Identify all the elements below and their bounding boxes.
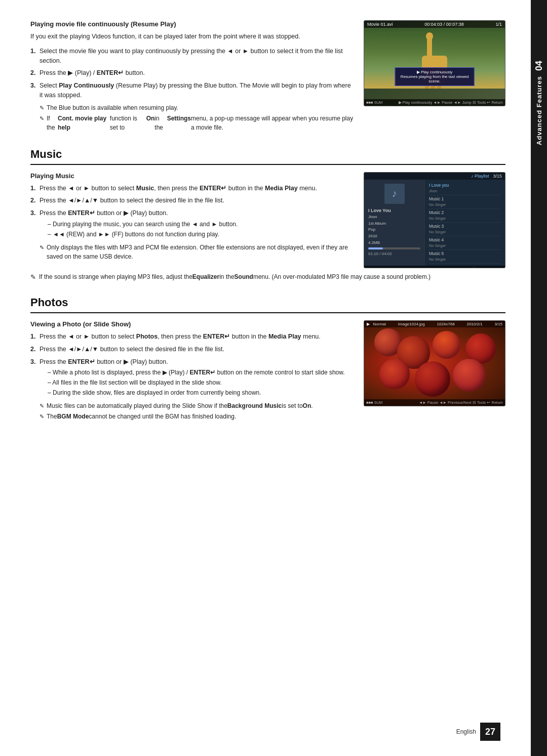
resume-ss-bottombar: ■■■ SUM ▶ Play continuously ◄► Pause ◄► … [364,99,505,106]
resume-play-section: Playing movie file continuously (Resume … [30,20,505,134]
music-ss-topbar: ♪ Playlist 3/15 [364,173,505,180]
music-notes-list: Only displays the files with MP3 and PCM… [40,243,354,261]
photos-steps-list: 1. Press the ◄ or ► button to select Pho… [30,332,354,398]
popup-line1: ▶ Play continuously [401,70,469,74]
music-step-content-3: Press the ENTER↵ button or ▶ (Play) butt… [40,208,354,240]
music-step-3: 3. Press the ENTER↵ button or ▶ (Play) b… [30,208,354,240]
music-counter: 3/15 [493,174,502,179]
music-note-1: Only displays the files with MP3 and PCM… [40,243,354,261]
music-sub-note-2: ◄◄ (REW) and ►► (FF) buttons do not func… [48,230,354,239]
step-content-2: Press the ▶ (Play) / ENTER↵ button. [40,68,354,78]
playlist-item-5: Music 5 No Singer [429,250,501,264]
step-num-2: 2. [30,68,40,78]
photos-note-1: Music files can be automatically played … [40,401,354,410]
resume-ss-inner: Movie 01.avi 00:04:03 / 00:07:38 1/1 [364,21,505,106]
song-artist: Jhon [368,214,420,221]
sidebar-content: 04 Advanced Features [534,61,544,145]
resume-ss-time: 00:04:03 / 00:07:38 [424,22,464,27]
photo-ss-bg [364,321,505,406]
page-footer: English 27 [456,723,500,741]
photos-step-2: 2. Press the ◄/►/▲/▼ button to select th… [30,345,354,354]
photos-text: Viewing a Photo (or Slide Show) 1. Press… [30,320,354,423]
playlist-item-4: Music 4 No Singer [429,236,501,250]
step-content-3: Select Play Continuously (Resume Play) b… [40,81,354,100]
resume-step-3: 3. Select Play Continuously (Resume Play… [30,81,354,100]
photos-sub-note-1: While a photo list is displayed, press t… [48,368,354,377]
giraffe-scene: ▶ Play continuously Resumes playing from… [364,28,505,89]
photos-sub-notes: While a photo list is displayed, press t… [48,368,354,397]
playlist-item-0: I Love you Jhon [429,182,501,195]
resume-note-2: If the Cont. movie play help function is… [40,114,354,132]
page-language: English [456,728,476,735]
photos-step-num-3: 3. [30,357,40,367]
photos-step-num-1: 1. [30,332,40,342]
music-step-content-1: Press the ◄ or ► button to select Music,… [40,184,354,193]
photos-step-num-2: 2. [30,345,40,354]
music-sub-note-1: During playing the music, you can search… [48,220,354,229]
resume-steps-list: 1. Select the movie file you want to pla… [30,47,354,100]
playlist-item-3: Music 3 No Singer [429,223,501,236]
photo-filename: Image1024.jpg [398,322,425,326]
page-container: Playing movie file continuously (Resume … [0,0,547,756]
photos-heading: Photos [30,296,505,313]
photo-mode: ▶ ▶ NormalNormal [367,322,386,326]
music-progress-bar [368,247,420,249]
music-step-num-3: 3. [30,208,40,218]
photo-ss-bottombar: ■■■ SUM ◄► Pause ◄► Previous/Next ⊟ Tool… [364,399,505,406]
music-ss-left: ♪ I Love You Jhon 1st Album Pop 2010 4.2… [364,180,425,266]
music-ss-right: I Love you Jhon Music 1 No Singer Music … [425,180,505,266]
main-content: Playing movie file continuously (Resume … [0,0,531,756]
song-genre: Pop [368,227,420,233]
music-steps-list: 1. Press the ◄ or ► button to select Mus… [30,184,354,240]
photo-screenshot-container: ▶ ▶ NormalNormal Image1024.jpg 1024x768 … [364,320,505,406]
resume-ss-counter: 1/1 [495,22,502,27]
music-playlist-label: ♪ Playlist [471,174,489,179]
photos-notes-list: Music files can be automatically played … [40,401,354,421]
step-num-3: 3. [30,81,40,91]
song-album: 1st Album [368,221,420,227]
resume-ss-filename: Movie 01.avi [367,22,393,27]
popup-line2: Resumes playing from the last viewed [401,74,469,79]
photos-layout: Viewing a Photo (or Slide Show) 1. Press… [30,320,505,423]
photos-sub-note-2: All files in the file list section will … [48,378,354,387]
music-heading: Music [30,148,505,165]
playlist-item-2: Music 2 No Singer [429,209,501,223]
resume-step-2: 2. Press the ▶ (Play) / ENTER↵ button. [30,68,354,78]
photos-step-content-2: Press the ◄/►/▲/▼ button to select the d… [40,345,354,354]
music-ss-sum: ■■■ SUM [366,267,382,268]
resume-ss-controls: ▶ Play continuously ◄► Pause ◄► Jump ⊟ T… [399,100,503,105]
resume-step-1: 1. Select the movie file you want to pla… [30,47,354,66]
photos-step-1: 1. Press the ◄ or ► button to select Pho… [30,332,354,342]
apple3 [433,331,460,359]
music-step-2: 2. Press the ◄/►/▲/▼ button to select th… [30,196,354,205]
song-title: I Love You [368,207,420,214]
song-year: 2010 [368,233,420,240]
photo-screenshot: ▶ ▶ NormalNormal Image1024.jpg 1024x768 … [364,320,505,406]
chapter-title: Advanced Features [535,76,543,145]
resume-ss-topbar: Movie 01.avi 00:04:03 / 00:07:38 1/1 [364,21,505,28]
music-time: 01:10 / 04:02 [368,251,420,256]
resume-note-1: The Blue button is available when resumi… [40,103,354,112]
resume-screenshot-container: Movie 01.avi 00:04:03 / 00:07:38 1/1 [364,20,505,106]
resume-notes-list: The Blue button is available when resumi… [40,103,354,132]
photo-ss-controls: ◄► Pause ◄► Previous/Next ⊟ Tools ↩ Retu… [419,400,503,405]
popup-line3: scene. [401,79,469,83]
photo-counter: 3/15 [494,322,502,326]
step-content-1: Select the movie file you want to play c… [40,47,354,66]
photo-resolution: 1024x768 [437,322,455,326]
apple6 [415,361,450,397]
music-layout: Playing Music 1. Press the ◄ or ► button… [30,172,505,268]
resume-popup: ▶ Play continuously Resumes playing from… [395,67,475,86]
photos-step-3: 3. Press the ENTER↵ button or ▶ (Play) b… [30,357,354,399]
music-extra-note: If the sound is strange when playing MP3… [30,272,505,282]
photo-ss-sum: ■■■ SUM [366,400,382,405]
photos-note-2: The BGM Mode cannot be changed until the… [40,412,354,421]
playlist-item-1: Music 1 No Singer [429,195,501,209]
resume-screenshot: Movie 01.avi 00:04:03 / 00:07:38 1/1 [364,20,505,106]
music-note-icon: ♪ [392,188,397,199]
photo-ss-topbar: ▶ ▶ NormalNormal Image1024.jpg 1024x768 … [364,321,505,327]
giraffe-neck [427,36,432,57]
music-step-num-1: 1. [30,184,40,193]
chapter-number: 04 [534,61,544,71]
music-text: Playing Music 1. Press the ◄ or ► button… [30,172,354,263]
